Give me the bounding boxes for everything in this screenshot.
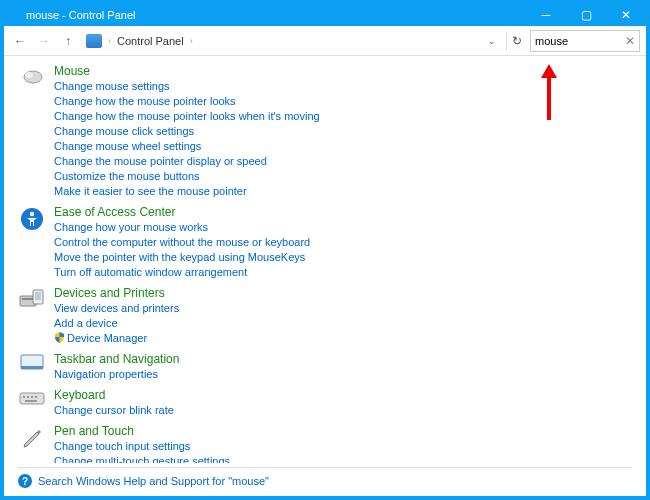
help-text: Search Windows Help and Support for "mou… [38,475,269,487]
help-icon: ? [18,474,32,488]
taskbar-icon [18,352,46,372]
result-link[interactable]: Move the pointer with the keypad using M… [54,250,640,265]
titlebar: mouse - Control Panel ─ ▢ ✕ [4,4,646,26]
devices-icon [18,286,46,310]
chevron-right-icon: › [190,36,193,46]
result-link[interactable]: Change how the mouse pointer looks when … [54,109,640,124]
close-button[interactable]: ✕ [606,4,646,26]
control-panel-icon [86,34,102,48]
result-link[interactable]: Change how your mouse works [54,220,640,235]
up-button[interactable]: ↑ [58,31,78,51]
address-bar[interactable]: › Control Panel › [82,34,478,48]
section-heading[interactable]: Keyboard [54,388,640,402]
result-section: Ease of Access CenterChange how your mou… [18,205,640,280]
pen-icon [18,424,46,448]
search-value: mouse [535,35,625,47]
minimize-button[interactable]: ─ [526,4,566,26]
svg-rect-15 [25,400,37,402]
result-link[interactable]: Change touch input settings [54,439,640,454]
result-link[interactable]: View devices and printers [54,301,640,316]
keyboard-icon [18,388,46,406]
result-section: KeyboardChange cursor blink rate [18,388,640,418]
section-heading[interactable]: Ease of Access Center [54,205,640,219]
result-link[interactable]: Change cursor blink rate [54,403,640,418]
clear-search-icon[interactable]: ✕ [625,34,635,48]
back-button[interactable]: ← [10,31,30,51]
address-dropdown[interactable]: ⌄ [482,36,502,46]
svg-point-3 [30,212,34,216]
svg-rect-5 [22,298,34,300]
svg-rect-13 [31,396,33,398]
navbar: ← → ↑ › Control Panel › ⌄ ↻ mouse ✕ [4,26,646,56]
search-input[interactable]: mouse ✕ [530,30,640,52]
result-link[interactable]: Change multi-touch gesture settings [54,454,640,463]
mouse-icon [18,64,46,86]
section-heading[interactable]: Taskbar and Navigation [54,352,640,366]
refresh-button[interactable]: ↻ [506,31,526,51]
result-link[interactable]: Add a device [54,316,640,331]
result-link[interactable]: Change how the mouse pointer looks [54,94,640,109]
section-heading[interactable]: Mouse [54,64,640,78]
result-link[interactable]: Control the computer without the mouse o… [54,235,640,250]
result-section: Pen and TouchChange touch input settings… [18,424,640,463]
ease-icon [18,205,46,231]
svg-rect-11 [23,396,25,398]
result-section: Taskbar and NavigationNavigation propert… [18,352,640,382]
result-link[interactable]: Change the mouse pointer display or spee… [54,154,640,169]
result-section: Devices and PrintersView devices and pri… [18,286,640,346]
result-link[interactable]: Device Manager [54,331,640,346]
result-link[interactable]: Change mouse wheel settings [54,139,640,154]
result-link[interactable]: Turn off automatic window arrangement [54,265,640,280]
results-pane: MouseChange mouse settingsChange how the… [4,56,646,463]
result-section: MouseChange mouse settingsChange how the… [18,64,640,199]
forward-button[interactable]: → [34,31,54,51]
svg-rect-14 [35,396,37,398]
uac-shield-icon [54,332,65,343]
section-heading[interactable]: Devices and Printers [54,286,640,300]
maximize-button[interactable]: ▢ [566,4,606,26]
window-title: mouse - Control Panel [26,9,526,21]
section-heading[interactable]: Pen and Touch [54,424,640,438]
result-link[interactable]: Customize the mouse buttons [54,169,640,184]
result-link[interactable]: Change mouse settings [54,79,640,94]
svg-point-1 [25,72,33,78]
breadcrumb-root[interactable]: Control Panel [117,35,184,47]
result-link[interactable]: Navigation properties [54,367,640,382]
result-link[interactable]: Make it easier to see the mouse pointer [54,184,640,199]
svg-rect-12 [27,396,29,398]
help-footer[interactable]: ? Search Windows Help and Support for "m… [4,468,646,496]
window: mouse - Control Panel ─ ▢ ✕ ← → ↑ › Cont… [3,3,647,497]
result-link[interactable]: Change mouse click settings [54,124,640,139]
svg-rect-10 [20,393,44,404]
chevron-right-icon: › [108,36,111,46]
svg-rect-7 [35,292,41,300]
svg-rect-9 [21,366,43,369]
